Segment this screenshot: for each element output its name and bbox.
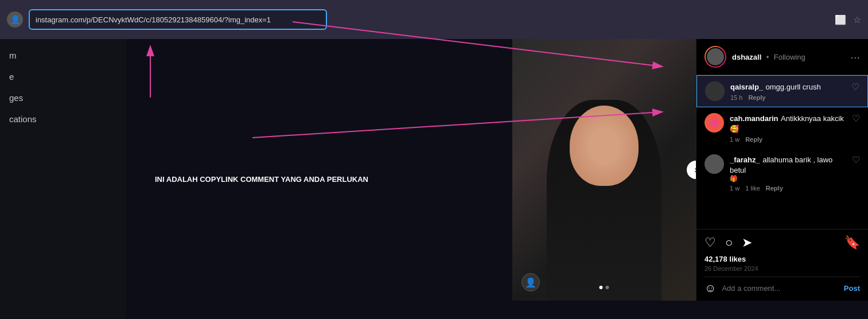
comment-like-qaisralp[interactable]: ♡: [851, 81, 859, 92]
post-avatar: [704, 46, 726, 68]
post-comment-button[interactable]: Post: [844, 284, 860, 293]
likes-count: 42,178 likes: [704, 255, 860, 263]
sidebar-item-m[interactable]: m: [9, 50, 117, 60]
profile-icon-symbol: 👤: [10, 15, 20, 24]
photo-placeholder: [512, 39, 696, 301]
star-icon[interactable]: ☆: [853, 14, 861, 25]
comment-body-qaisralp: qaisralp_ omgg.gurll crush 15 h Reply: [730, 81, 846, 101]
black-area: INI ADALAH COPYLINK COMMENT YANG ANDA PE…: [126, 39, 868, 319]
comment-time-cah: 1 w: [730, 136, 739, 143]
comment-avatar-farahz: [704, 154, 724, 174]
cast-icon[interactable]: ⬜: [835, 14, 846, 25]
comment-avatar-qaisralp: [705, 81, 725, 101]
comment-avatar-cah: [704, 113, 724, 133]
post-header-info: dshazall • Following: [732, 52, 844, 62]
comment-like-farahz[interactable]: ♡: [852, 154, 860, 165]
sidebar-item-ges[interactable]: ges: [9, 93, 117, 103]
comment-reply-farahz[interactable]: Reply: [766, 185, 783, 192]
annotation-text: INI ADALAH COPYLINK COMMENT YANG ANDA PE…: [155, 175, 368, 184]
comment-like-count-farahz: 1 like: [745, 185, 760, 192]
add-comment-input[interactable]: [722, 284, 838, 293]
user-silhouette-icon: 👤: [525, 277, 536, 288]
comment-meta-cah: 1 w Reply: [730, 136, 846, 143]
post-more-button[interactable]: ···: [850, 50, 860, 64]
comment-meta-farahz: 1 w 1 like Reply: [730, 185, 846, 192]
sidebar: m e ges cations: [0, 39, 126, 319]
comment-highlighted: qaisralp_ omgg.gurll crush 15 h Reply ♡: [696, 75, 868, 107]
instagram-panel: 👤 ›: [512, 39, 868, 301]
comment-farahz: _farahz_ allahuma barik , lawo betul 🎁 1…: [696, 149, 868, 197]
comment-meta-qaisralp: 15 h Reply: [730, 94, 846, 101]
comment-username-cah[interactable]: cah.mandarin: [730, 114, 779, 123]
post-username[interactable]: dshazall: [732, 53, 761, 61]
comment-username-farahz[interactable]: _farahz_: [730, 155, 760, 164]
post-following-label[interactable]: Following: [774, 53, 805, 61]
comment-cah-mandarin: cah.mandarin Antikkknyaa kakcik🥰 1 w Rep…: [696, 107, 868, 149]
photo-dots: [600, 286, 609, 289]
comment-avatar-img-cah: [704, 113, 724, 133]
comment-reply-qaisralp[interactable]: Reply: [748, 94, 765, 101]
dot-2: [606, 286, 609, 289]
comments-section: dshazall • Following ···: [696, 39, 868, 301]
browser-profile-icon[interactable]: 👤: [7, 11, 23, 28]
chevron-right-icon: ›: [694, 165, 696, 175]
action-bar: ♡ ○ ➤ 🔖 42,178 likes 26 December 2024 ☺ …: [696, 229, 868, 301]
action-icons: ♡ ○ ➤ 🔖: [704, 235, 860, 250]
save-icon[interactable]: 🔖: [844, 235, 860, 250]
comments-list: qaisralp_ omgg.gurll crush 15 h Reply ♡: [696, 75, 868, 229]
add-comment-row: ☺ Post: [704, 277, 860, 295]
comment-time-farahz: 1 w: [730, 185, 739, 192]
comment-like-cah[interactable]: ♡: [852, 113, 860, 124]
url-text: instagram.com/p/DECNvyktWdC/c/1805292138…: [36, 15, 271, 24]
post-header: dshazall • Following ···: [696, 39, 868, 75]
photo-user-icon[interactable]: 👤: [521, 273, 540, 291]
comment-time-qaisralp: 15 h: [730, 94, 742, 101]
emoji-button[interactable]: ☺: [704, 282, 716, 295]
post-date: 26 December 2024: [704, 265, 860, 272]
comment-icon[interactable]: ○: [725, 235, 733, 250]
url-bar[interactable]: instagram.com/p/DECNvyktWdC/c/1805292138…: [29, 9, 327, 30]
dot-1: [600, 286, 603, 289]
post-dot: •: [766, 53, 769, 61]
more-dots-icon: ···: [850, 50, 860, 63]
sidebar-item-e[interactable]: e: [9, 72, 117, 81]
comment-avatar-img-qaisralp: [705, 81, 725, 101]
comment-text-qaisralp: omgg.gurll crush: [766, 83, 821, 91]
post-avatar-inner: [706, 47, 725, 67]
comment-avatar-img-farahz: [704, 154, 724, 174]
comment-body-farahz: _farahz_ allahuma barik , lawo betul 🎁 1…: [730, 154, 846, 192]
page-wrapper: 👤 instagram.com/p/DECNvyktWdC/c/18052921…: [0, 0, 868, 319]
comment-reply-cah[interactable]: Reply: [745, 136, 762, 143]
comment-body-cah: cah.mandarin Antikkknyaa kakcik🥰 1 w Rep…: [730, 113, 846, 143]
comment-username-qaisralp[interactable]: qaisralp_: [730, 83, 763, 91]
post-photo: 👤 ›: [512, 39, 696, 301]
sidebar-item-cations[interactable]: cations: [9, 114, 117, 124]
content-row: m e ges cations INI ADALAH COPYLINK COMM…: [0, 39, 868, 319]
browser-bar: 👤 instagram.com/p/DECNvyktWdC/c/18052921…: [0, 0, 868, 39]
like-icon[interactable]: ♡: [704, 235, 716, 250]
share-icon[interactable]: ➤: [742, 235, 752, 250]
browser-icons: ⬜ ☆: [835, 14, 861, 25]
